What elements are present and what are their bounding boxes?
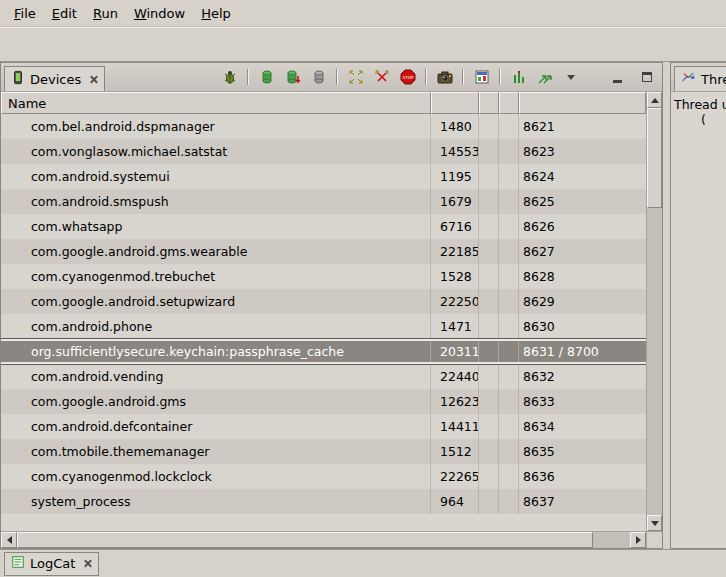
empty-cell	[479, 189, 499, 214]
panel-splitter[interactable]	[663, 62, 670, 549]
table-row[interactable]: org.sufficientlysecure.keychain:passphra…	[1, 339, 646, 364]
empty-cell	[499, 239, 519, 264]
toolbar-separator	[425, 69, 427, 85]
empty-cell	[499, 114, 519, 139]
cause-gc-icon[interactable]	[310, 69, 327, 86]
scroll-left-button[interactable]	[1, 532, 17, 548]
empty-cell	[499, 389, 519, 414]
process-port-cell: 8632	[519, 364, 646, 389]
menu-edit[interactable]: Edit	[44, 2, 85, 25]
view-menu-icon[interactable]	[562, 69, 579, 86]
menu-help[interactable]: Help	[193, 2, 239, 25]
process-pid-cell: 964	[431, 489, 479, 514]
column-header-name[interactable]: Name	[1, 92, 431, 114]
vertical-scrollbar[interactable]	[646, 92, 662, 531]
process-pid-cell: 1512	[431, 439, 479, 464]
horizontal-scrollbar[interactable]	[1, 532, 646, 548]
empty-cell	[479, 414, 499, 439]
menu-file[interactable]: File	[6, 2, 44, 25]
vertical-scroll-track[interactable]	[647, 108, 662, 515]
table-row[interactable]: com.android.vending 22440 8632	[1, 364, 646, 389]
process-pid-cell: 22250	[431, 289, 479, 314]
process-port-cell: 8637	[519, 489, 646, 514]
hierarchy-view-icon[interactable]	[536, 69, 553, 86]
menu-edit-rest: dit	[60, 6, 77, 21]
empty-cell	[499, 341, 519, 362]
process-pid-cell: 22265	[431, 464, 479, 489]
dump-hprof-icon[interactable]	[284, 69, 301, 86]
empty-cell	[499, 139, 519, 164]
devices-panel: Devices	[0, 62, 663, 549]
empty-cell	[479, 464, 499, 489]
table-row[interactable]: com.google.android.setupwizard 22250 862…	[1, 289, 646, 314]
process-name-cell: com.vonglasow.michael.satstat	[1, 139, 431, 164]
process-port-cell: 8623	[519, 139, 646, 164]
empty-cell	[499, 264, 519, 289]
process-pid-cell: 22440	[431, 364, 479, 389]
update-threads-icon[interactable]	[347, 69, 364, 86]
column-header-empty-1[interactable]	[479, 92, 499, 114]
column-header-pid[interactable]	[431, 92, 479, 114]
empty-cell	[499, 489, 519, 514]
system-info-icon[interactable]	[473, 69, 490, 86]
process-name-cell: com.android.defcontainer	[1, 414, 431, 439]
column-header-port[interactable]	[519, 92, 646, 114]
tab-logcat[interactable]: LogCat	[4, 552, 99, 576]
process-pid-cell: 14411	[431, 414, 479, 439]
minimize-icon[interactable]	[609, 69, 626, 86]
debug-process-icon[interactable]	[221, 69, 238, 86]
scroll-down-button[interactable]	[647, 515, 662, 531]
toolbar-separator	[247, 69, 249, 85]
horizontal-scroll-track[interactable]	[17, 532, 630, 548]
table-row[interactable]: com.android.defcontainer 14411 8634	[1, 414, 646, 439]
device-table-wrap: Name com.bel.android.dspmanager 1480 862…	[1, 92, 646, 531]
tab-threads[interactable]: Threads	[674, 66, 726, 91]
table-row[interactable]: com.google.android.gms.wearable 22185 86…	[1, 239, 646, 264]
stop-process-icon[interactable]: STOP	[399, 69, 416, 86]
process-port-cell: 8626	[519, 214, 646, 239]
table-header: Name	[1, 92, 646, 114]
table-row[interactable]: com.google.android.gms 12623 8633	[1, 389, 646, 414]
stop-method-profiling-icon[interactable]	[373, 69, 390, 86]
threads-icon	[681, 70, 696, 88]
table-row[interactable]: com.android.smspush 1679 8625	[1, 189, 646, 214]
scroll-right-button[interactable]	[630, 532, 646, 548]
vertical-scroll-thumb[interactable]	[647, 108, 662, 208]
maximize-icon[interactable]	[638, 69, 655, 86]
panel-window-controls	[609, 69, 659, 86]
tab-devices[interactable]: Devices	[4, 66, 105, 91]
table-row[interactable]: com.android.phone 1471 8630	[1, 314, 646, 339]
horizontal-scroll-thumb[interactable]	[17, 532, 593, 548]
method-profiling-icon[interactable]	[510, 69, 527, 86]
column-header-empty-2[interactable]	[499, 92, 519, 114]
update-heap-icon[interactable]	[258, 69, 275, 86]
tab-threads-label: Threads	[701, 72, 726, 87]
close-icon[interactable]	[89, 75, 98, 84]
screen-capture-icon[interactable]	[436, 69, 453, 86]
table-row[interactable]: com.tmobile.thememanager 1512 8635	[1, 439, 646, 464]
menu-window[interactable]: Window	[126, 2, 193, 25]
left-arrow-icon	[7, 536, 12, 544]
scroll-up-button[interactable]	[647, 92, 662, 108]
table-row[interactable]: com.cyanogenmod.lockclock 22265 8636	[1, 464, 646, 489]
table-row[interactable]: system_process 964 8637	[1, 489, 646, 514]
process-name-cell: org.sufficientlysecure.keychain:passphra…	[1, 341, 431, 362]
process-pid-cell: 12623	[431, 389, 479, 414]
table-row[interactable]: com.bel.android.dspmanager 1480 8621	[1, 114, 646, 139]
table-row[interactable]: com.whatsapp 6716 8626	[1, 214, 646, 239]
menu-run[interactable]: Run	[85, 2, 126, 25]
devices-panel-header: Devices	[1, 63, 662, 92]
process-pid-cell: 1480	[431, 114, 479, 139]
horizontal-scrollbar-row	[1, 531, 662, 548]
process-pid-cell: 20311	[431, 341, 479, 362]
close-icon[interactable]	[83, 559, 92, 568]
empty-cell	[479, 389, 499, 414]
device-icon	[11, 70, 25, 88]
process-name-cell: com.android.systemui	[1, 164, 431, 189]
table-row[interactable]: com.cyanogenmod.trebuchet 1528 8628	[1, 264, 646, 289]
device-table-body: com.bel.android.dspmanager 1480 8621 com…	[1, 114, 646, 531]
table-row[interactable]: com.vonglasow.michael.satstat 14553 8623	[1, 139, 646, 164]
toolbar-separator	[336, 69, 338, 85]
table-row[interactable]: com.android.systemui 1195 8624	[1, 164, 646, 189]
threads-message-line2: (	[674, 112, 723, 127]
